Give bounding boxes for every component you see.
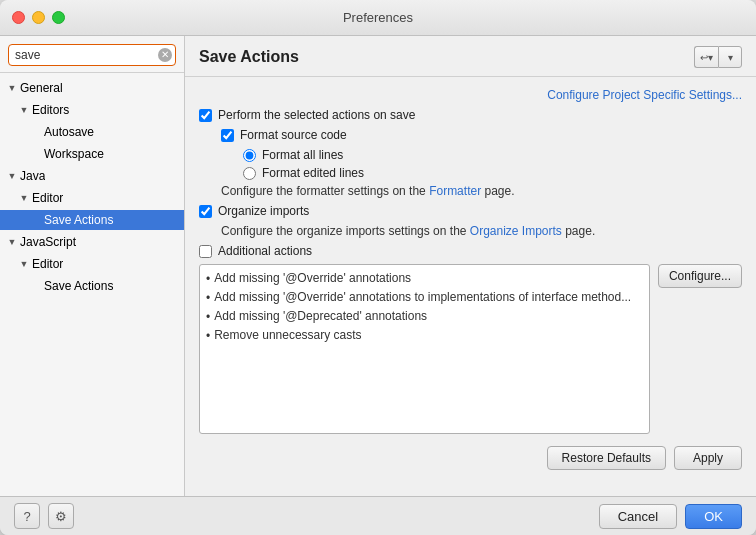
tree-item-java-editor[interactable]: Editor xyxy=(0,187,184,209)
tree-item-java[interactable]: Java xyxy=(0,165,184,187)
configure-project-link[interactable]: Configure Project Specific Settings... xyxy=(547,88,742,102)
restore-apply-row: Restore Defaults Apply xyxy=(199,446,742,470)
tree-item-autosave[interactable]: Autosave xyxy=(0,121,184,143)
panel-title: Save Actions xyxy=(199,48,299,66)
format-options: Format all lines Format edited lines xyxy=(243,148,742,180)
bottom-bar: ? ⚙ Cancel OK xyxy=(0,496,756,535)
configure-link-row: Configure Project Specific Settings... xyxy=(199,87,742,102)
ok-button[interactable]: OK xyxy=(685,504,742,529)
list-item: • Add missing '@Override' annotations xyxy=(206,269,643,288)
window-title: Preferences xyxy=(343,10,413,25)
tree-item-js-editor[interactable]: Editor xyxy=(0,253,184,275)
tree-row-workspace[interactable]: Workspace xyxy=(0,144,184,164)
search-container: ✕ xyxy=(8,44,176,66)
organize-desc-prefix: Configure the organize imports settings … xyxy=(221,224,470,238)
tree-item-workspace[interactable]: Workspace xyxy=(0,143,184,165)
tree-item-java-save-actions[interactable]: Save Actions xyxy=(0,209,184,231)
additional-configure-button[interactable]: Configure... xyxy=(658,264,742,288)
tree-label-general: General xyxy=(20,81,63,95)
main-panel: Save Actions ↩▾ ▾ Configure Project Spec… xyxy=(185,36,756,496)
cancel-button[interactable]: Cancel xyxy=(599,504,677,529)
search-wrapper: ✕ xyxy=(0,36,184,73)
maximize-button[interactable] xyxy=(52,11,65,24)
formatter-desc-prefix: Configure the formatter settings on the xyxy=(221,184,429,198)
organize-imports-checkbox[interactable] xyxy=(199,205,212,218)
organize-desc-suffix: page. xyxy=(562,224,595,238)
tree-item-editors[interactable]: Editors xyxy=(0,99,184,121)
restore-defaults-button[interactable]: Restore Defaults xyxy=(547,446,666,470)
list-item: • Add missing '@Deprecated' annotations xyxy=(206,307,643,326)
format-all-lines-row: Format all lines xyxy=(243,148,742,162)
format-source-code-label: Format source code xyxy=(240,128,347,142)
perform-on-save-checkbox[interactable] xyxy=(199,109,212,122)
nav-back-dropdown-button[interactable]: ↩▾ xyxy=(694,46,718,68)
tree-arrow-java xyxy=(6,170,18,182)
tree-item-general[interactable]: General xyxy=(0,77,184,99)
tree-row-general[interactable]: General xyxy=(0,78,184,98)
panel-header: Save Actions ↩▾ ▾ xyxy=(185,36,756,77)
sidebar: ✕ General Editors xyxy=(0,36,185,496)
perform-on-save-row: Perform the selected actions on save xyxy=(199,108,742,122)
organize-imports-row: Organize imports xyxy=(199,204,742,218)
tree-label-java-save-actions: Save Actions xyxy=(44,213,113,227)
search-input[interactable] xyxy=(8,44,176,66)
additional-actions-container: • Add missing '@Override' annotations • … xyxy=(199,264,742,434)
formatter-link[interactable]: Formatter xyxy=(429,184,481,198)
minimize-button[interactable] xyxy=(32,11,45,24)
tree-arrow-general xyxy=(6,82,18,94)
preferences-icon-button[interactable]: ⚙ xyxy=(48,503,74,529)
traffic-lights xyxy=(12,11,65,24)
tree-label-workspace: Workspace xyxy=(44,147,104,161)
tree-arrow-js-editor xyxy=(18,258,30,270)
list-item: • Remove unnecessary casts xyxy=(206,326,643,345)
header-nav: ↩▾ ▾ xyxy=(694,46,742,68)
tree-row-java-save-actions[interactable]: Save Actions xyxy=(0,210,184,230)
tree-row-js-save-actions[interactable]: Save Actions xyxy=(0,276,184,296)
additional-actions-row: Additional actions xyxy=(199,244,742,258)
format-edited-lines-label: Format edited lines xyxy=(262,166,364,180)
nav-forward-dropdown-button[interactable]: ▾ xyxy=(718,46,742,68)
format-all-lines-radio[interactable] xyxy=(243,149,256,162)
preferences-window: Preferences ✕ General xyxy=(0,0,756,535)
tree-label-editors: Editors xyxy=(32,103,69,117)
tree-arrow-javascript xyxy=(6,236,18,248)
format-source-code-checkbox[interactable] xyxy=(221,129,234,142)
tree-row-autosave[interactable]: Autosave xyxy=(0,122,184,142)
organize-imports-description: Configure the organize imports settings … xyxy=(221,224,742,238)
tree-label-autosave: Autosave xyxy=(44,125,94,139)
additional-actions-list[interactable]: • Add missing '@Override' annotations • … xyxy=(199,264,650,434)
tree-label-js-save-actions: Save Actions xyxy=(44,279,113,293)
panel-body: Configure Project Specific Settings... P… xyxy=(185,77,756,496)
tree-arrow-editors xyxy=(18,104,30,116)
tree-row-js-editor[interactable]: Editor xyxy=(0,254,184,274)
tree-item-javascript[interactable]: JavaScript xyxy=(0,231,184,253)
footer-left: ? ⚙ xyxy=(14,503,74,529)
search-clear-button[interactable]: ✕ xyxy=(158,48,172,62)
perform-on-save-label: Perform the selected actions on save xyxy=(218,108,415,122)
footer-right: Cancel OK xyxy=(599,504,742,529)
tree-label-javascript: JavaScript xyxy=(20,235,76,249)
additional-actions-checkbox[interactable] xyxy=(199,245,212,258)
tree-item-js-save-actions[interactable]: Save Actions xyxy=(0,275,184,297)
titlebar: Preferences xyxy=(0,0,756,36)
tree-label-js-editor: Editor xyxy=(32,257,63,271)
tree-row-java-editor[interactable]: Editor xyxy=(0,188,184,208)
tree-row-javascript[interactable]: JavaScript xyxy=(0,232,184,252)
nav-btn-group: ↩▾ ▾ xyxy=(694,46,742,68)
format-edited-lines-row: Format edited lines xyxy=(243,166,742,180)
formatter-description: Configure the formatter settings on the … xyxy=(221,184,742,198)
format-source-code-row: Format source code xyxy=(221,128,742,142)
organize-imports-link[interactable]: Organize Imports xyxy=(470,224,562,238)
format-edited-lines-radio[interactable] xyxy=(243,167,256,180)
tree-row-java[interactable]: Java xyxy=(0,166,184,186)
format-all-lines-label: Format all lines xyxy=(262,148,343,162)
content-area: ✕ General Editors xyxy=(0,36,756,496)
tree-label-java: Java xyxy=(20,169,45,183)
list-item: • Add missing '@Override' annotations to… xyxy=(206,288,643,307)
tree-arrow-java-editor xyxy=(18,192,30,204)
apply-button[interactable]: Apply xyxy=(674,446,742,470)
close-button[interactable] xyxy=(12,11,25,24)
help-button[interactable]: ? xyxy=(14,503,40,529)
organize-imports-label: Organize imports xyxy=(218,204,309,218)
tree-row-editors[interactable]: Editors xyxy=(0,100,184,120)
